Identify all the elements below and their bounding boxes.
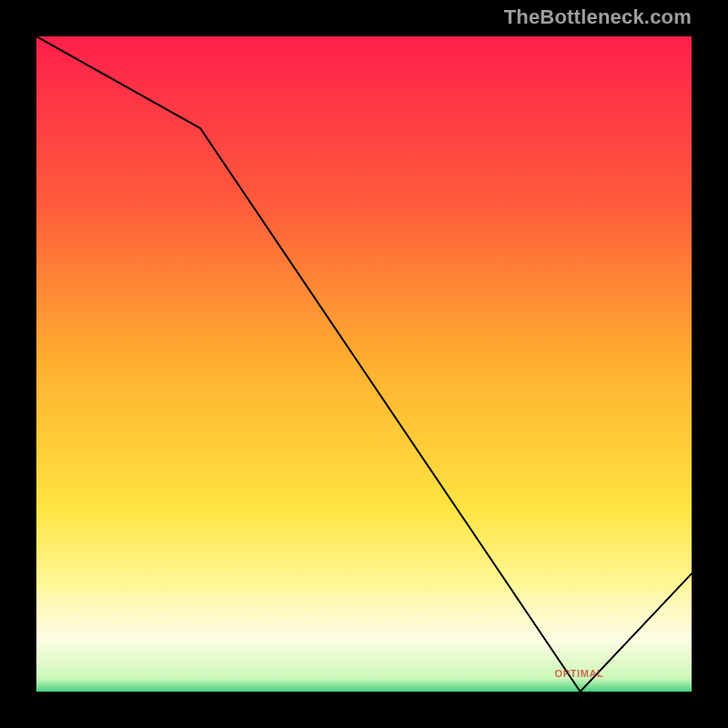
bottleneck-curve	[36, 36, 692, 692]
plot-area: OPTIMAL	[36, 36, 692, 692]
watermark-text: TheBottleneck.com	[504, 5, 692, 29]
chart-container: TheBottleneck.com OPTIMAL	[0, 0, 728, 728]
